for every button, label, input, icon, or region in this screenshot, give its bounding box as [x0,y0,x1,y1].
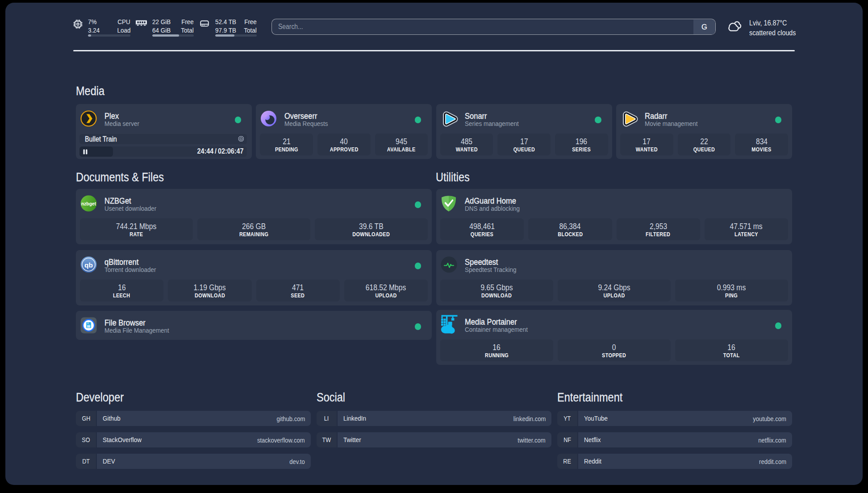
svg-text:qb: qb [84,261,93,269]
svg-text:nzbget: nzbget [81,201,96,206]
